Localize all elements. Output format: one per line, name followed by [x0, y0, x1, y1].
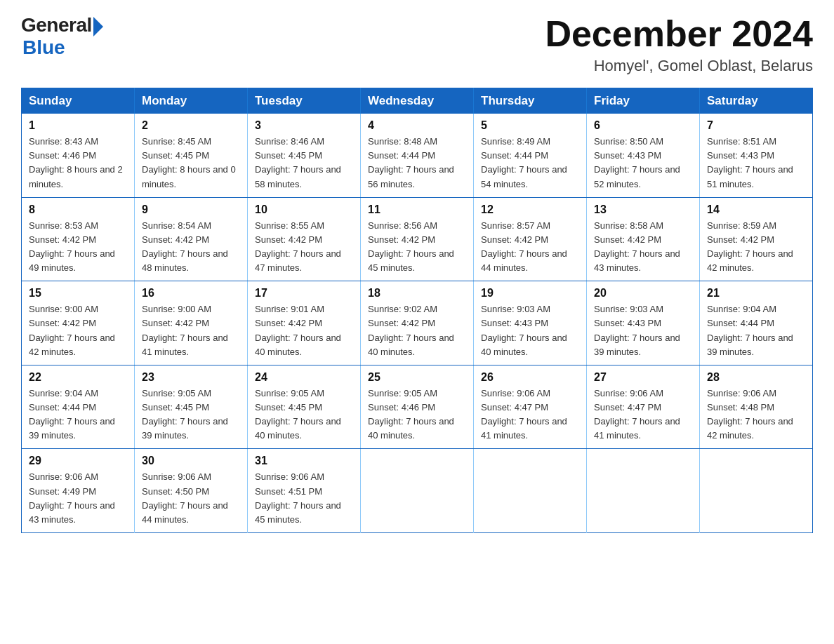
day-number: 16	[142, 287, 240, 300]
month-year-title: December 2024	[545, 14, 813, 54]
day-sun-info: Sunrise: 8:50 AMSunset: 4:43 PMDaylight:…	[594, 135, 692, 192]
day-sun-info: Sunrise: 9:04 AMSunset: 4:44 PMDaylight:…	[29, 387, 127, 443]
day-number: 7	[707, 119, 805, 132]
calendar-day-cell: 4Sunrise: 8:48 AMSunset: 4:44 PMDaylight…	[361, 114, 474, 197]
calendar-day-cell	[474, 449, 587, 533]
day-sun-info: Sunrise: 9:05 AMSunset: 4:46 PMDaylight:…	[368, 387, 466, 443]
day-sun-info: Sunrise: 9:02 AMSunset: 4:42 PMDaylight:…	[368, 302, 466, 359]
day-sun-info: Sunrise: 9:03 AMSunset: 4:43 PMDaylight:…	[481, 302, 579, 359]
calendar-day-cell: 25Sunrise: 9:05 AMSunset: 4:46 PMDayligh…	[361, 365, 474, 449]
calendar-week-row: 29Sunrise: 9:06 AMSunset: 4:49 PMDayligh…	[22, 449, 813, 533]
day-sun-info: Sunrise: 9:06 AMSunset: 4:48 PMDaylight:…	[707, 387, 805, 443]
day-number: 27	[594, 371, 692, 384]
day-sun-info: Sunrise: 8:54 AMSunset: 4:42 PMDaylight:…	[142, 219, 240, 276]
day-number: 4	[368, 119, 466, 132]
logo-blue-text: Blue	[22, 36, 65, 59]
day-number: 6	[594, 119, 692, 132]
day-number: 2	[142, 119, 240, 132]
calendar-week-row: 15Sunrise: 9:00 AMSunset: 4:42 PMDayligh…	[22, 281, 813, 365]
calendar-day-cell: 19Sunrise: 9:03 AMSunset: 4:43 PMDayligh…	[474, 281, 587, 365]
day-number: 20	[594, 287, 692, 300]
day-sun-info: Sunrise: 8:45 AMSunset: 4:45 PMDaylight:…	[142, 135, 240, 192]
day-number: 8	[29, 203, 127, 216]
calendar-header-wednesday: Wednesday	[361, 88, 474, 114]
day-sun-info: Sunrise: 9:04 AMSunset: 4:44 PMDaylight:…	[707, 302, 805, 359]
day-sun-info: Sunrise: 8:56 AMSunset: 4:42 PMDaylight:…	[368, 219, 466, 276]
day-sun-info: Sunrise: 8:55 AMSunset: 4:42 PMDaylight:…	[255, 219, 353, 276]
calendar-day-cell: 12Sunrise: 8:57 AMSunset: 4:42 PMDayligh…	[474, 197, 587, 281]
day-sun-info: Sunrise: 9:05 AMSunset: 4:45 PMDaylight:…	[142, 387, 240, 443]
calendar-day-cell: 17Sunrise: 9:01 AMSunset: 4:42 PMDayligh…	[248, 281, 361, 365]
calendar-day-cell: 8Sunrise: 8:53 AMSunset: 4:42 PMDaylight…	[22, 197, 135, 281]
title-block: December 2024 Homyel', Gomel Oblast, Bel…	[545, 14, 813, 75]
calendar-day-cell: 6Sunrise: 8:50 AMSunset: 4:43 PMDaylight…	[587, 114, 700, 197]
day-number: 11	[368, 203, 466, 216]
calendar-header-monday: Monday	[135, 88, 248, 114]
day-number: 26	[481, 371, 579, 384]
day-sun-info: Sunrise: 9:06 AMSunset: 4:47 PMDaylight:…	[481, 387, 579, 443]
day-number: 22	[29, 371, 127, 384]
calendar-table: SundayMondayTuesdayWednesdayThursdayFrid…	[21, 88, 813, 533]
day-sun-info: Sunrise: 9:01 AMSunset: 4:42 PMDaylight:…	[255, 302, 353, 359]
day-sun-info: Sunrise: 8:53 AMSunset: 4:42 PMDaylight:…	[29, 219, 127, 276]
day-number: 28	[707, 371, 805, 384]
calendar-day-cell: 22Sunrise: 9:04 AMSunset: 4:44 PMDayligh…	[22, 365, 135, 449]
logo: General Blue	[21, 14, 103, 59]
day-sun-info: Sunrise: 8:43 AMSunset: 4:46 PMDaylight:…	[29, 135, 127, 192]
day-number: 24	[255, 371, 353, 384]
day-sun-info: Sunrise: 9:00 AMSunset: 4:42 PMDaylight:…	[29, 302, 127, 359]
day-sun-info: Sunrise: 8:48 AMSunset: 4:44 PMDaylight:…	[368, 135, 466, 192]
day-number: 23	[142, 371, 240, 384]
calendar-day-cell: 13Sunrise: 8:58 AMSunset: 4:42 PMDayligh…	[587, 197, 700, 281]
location-subtitle: Homyel', Gomel Oblast, Belarus	[545, 57, 813, 75]
day-number: 29	[29, 455, 127, 467]
day-number: 30	[142, 455, 240, 467]
day-number: 15	[29, 287, 127, 300]
day-number: 1	[29, 119, 127, 132]
calendar-day-cell: 24Sunrise: 9:05 AMSunset: 4:45 PMDayligh…	[248, 365, 361, 449]
calendar-day-cell: 14Sunrise: 8:59 AMSunset: 4:42 PMDayligh…	[700, 197, 813, 281]
calendar-day-cell: 5Sunrise: 8:49 AMSunset: 4:44 PMDaylight…	[474, 114, 587, 197]
day-number: 9	[142, 203, 240, 216]
day-sun-info: Sunrise: 8:59 AMSunset: 4:42 PMDaylight:…	[707, 219, 805, 276]
day-number: 25	[368, 371, 466, 384]
calendar-day-cell: 29Sunrise: 9:06 AMSunset: 4:49 PMDayligh…	[22, 449, 135, 533]
calendar-week-row: 22Sunrise: 9:04 AMSunset: 4:44 PMDayligh…	[22, 365, 813, 449]
day-number: 21	[707, 287, 805, 300]
day-number: 3	[255, 119, 353, 132]
calendar-header-friday: Friday	[587, 88, 700, 114]
calendar-header-saturday: Saturday	[700, 88, 813, 114]
calendar-day-cell: 7Sunrise: 8:51 AMSunset: 4:43 PMDaylight…	[700, 114, 813, 197]
calendar-day-cell	[700, 449, 813, 533]
calendar-day-cell: 18Sunrise: 9:02 AMSunset: 4:42 PMDayligh…	[361, 281, 474, 365]
day-sun-info: Sunrise: 9:06 AMSunset: 4:51 PMDaylight:…	[255, 470, 353, 527]
day-sun-info: Sunrise: 9:00 AMSunset: 4:42 PMDaylight:…	[142, 302, 240, 359]
calendar-header-tuesday: Tuesday	[248, 88, 361, 114]
day-sun-info: Sunrise: 9:06 AMSunset: 4:50 PMDaylight:…	[142, 470, 240, 527]
calendar-day-cell: 15Sunrise: 9:00 AMSunset: 4:42 PMDayligh…	[22, 281, 135, 365]
calendar-day-cell	[361, 449, 474, 533]
day-number: 14	[707, 203, 805, 216]
day-number: 31	[255, 455, 353, 467]
calendar-day-cell: 31Sunrise: 9:06 AMSunset: 4:51 PMDayligh…	[248, 449, 361, 533]
day-sun-info: Sunrise: 8:58 AMSunset: 4:42 PMDaylight:…	[594, 219, 692, 276]
calendar-day-cell: 23Sunrise: 9:05 AMSunset: 4:45 PMDayligh…	[135, 365, 248, 449]
calendar-day-cell: 26Sunrise: 9:06 AMSunset: 4:47 PMDayligh…	[474, 365, 587, 449]
day-sun-info: Sunrise: 8:51 AMSunset: 4:43 PMDaylight:…	[707, 135, 805, 192]
day-sun-info: Sunrise: 8:57 AMSunset: 4:42 PMDaylight:…	[481, 219, 579, 276]
calendar-day-cell: 3Sunrise: 8:46 AMSunset: 4:45 PMDaylight…	[248, 114, 361, 197]
page-header: General Blue December 2024 Homyel', Gome…	[21, 14, 813, 75]
day-number: 5	[481, 119, 579, 132]
day-sun-info: Sunrise: 8:49 AMSunset: 4:44 PMDaylight:…	[481, 135, 579, 192]
calendar-day-cell: 27Sunrise: 9:06 AMSunset: 4:47 PMDayligh…	[587, 365, 700, 449]
calendar-day-cell: 2Sunrise: 8:45 AMSunset: 4:45 PMDaylight…	[135, 114, 248, 197]
day-number: 19	[481, 287, 579, 300]
calendar-header-thursday: Thursday	[474, 88, 587, 114]
day-number: 10	[255, 203, 353, 216]
calendar-day-cell: 28Sunrise: 9:06 AMSunset: 4:48 PMDayligh…	[700, 365, 813, 449]
day-sun-info: Sunrise: 9:03 AMSunset: 4:43 PMDaylight:…	[594, 302, 692, 359]
day-number: 13	[594, 203, 692, 216]
calendar-week-row: 8Sunrise: 8:53 AMSunset: 4:42 PMDaylight…	[22, 197, 813, 281]
calendar-header-row: SundayMondayTuesdayWednesdayThursdayFrid…	[22, 88, 813, 114]
logo-general-text: General	[21, 14, 92, 36]
